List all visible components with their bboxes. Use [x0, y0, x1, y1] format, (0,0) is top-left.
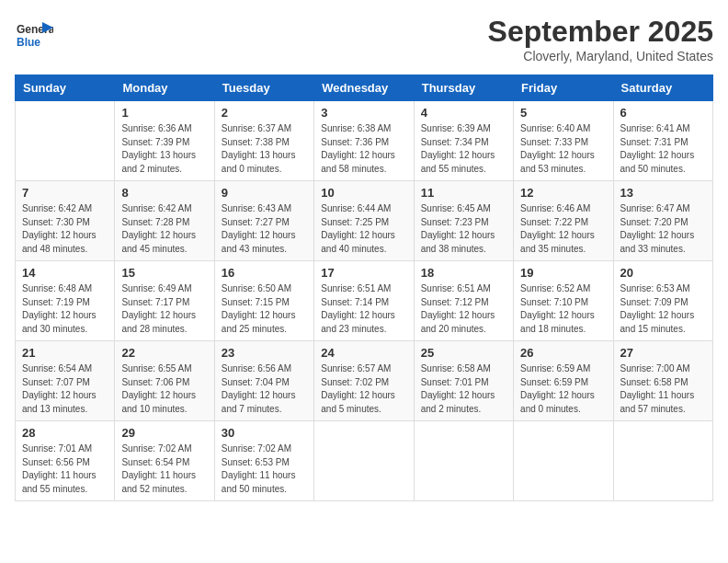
day-number: 10: [321, 186, 406, 200]
day-info: Sunrise: 6:59 AM Sunset: 6:59 PM Dayligh…: [520, 362, 606, 416]
day-number: 20: [620, 266, 706, 280]
calendar-cell: 9Sunrise: 6:43 AM Sunset: 7:27 PM Daylig…: [214, 181, 313, 261]
day-number: 19: [520, 266, 606, 280]
day-number: 21: [22, 346, 108, 360]
weekday-header-friday: Friday: [514, 75, 613, 101]
day-number: 27: [620, 346, 706, 360]
day-number: 11: [421, 186, 506, 200]
day-number: 12: [520, 186, 606, 200]
calendar-cell: [414, 421, 513, 501]
weekday-header-monday: Monday: [115, 75, 214, 101]
calendar-cell: 7Sunrise: 6:42 AM Sunset: 7:30 PM Daylig…: [16, 181, 115, 261]
day-number: 14: [22, 266, 108, 280]
day-info: Sunrise: 7:00 AM Sunset: 6:58 PM Dayligh…: [620, 362, 706, 416]
day-info: Sunrise: 6:51 AM Sunset: 7:14 PM Dayligh…: [321, 282, 406, 336]
calendar-cell: 6Sunrise: 6:41 AM Sunset: 7:31 PM Daylig…: [613, 101, 712, 181]
calendar-cell: 21Sunrise: 6:54 AM Sunset: 7:07 PM Dayli…: [16, 341, 115, 421]
calendar-cell: 25Sunrise: 6:58 AM Sunset: 7:01 PM Dayli…: [414, 341, 513, 421]
weekday-header-wednesday: Wednesday: [314, 75, 414, 101]
calendar-cell: 16Sunrise: 6:50 AM Sunset: 7:15 PM Dayli…: [214, 261, 313, 341]
day-info: Sunrise: 6:42 AM Sunset: 7:28 PM Dayligh…: [121, 202, 207, 256]
weekday-header-thursday: Thursday: [414, 75, 513, 101]
day-number: 9: [222, 186, 307, 200]
calendar-cell: 22Sunrise: 6:55 AM Sunset: 7:06 PM Dayli…: [115, 341, 214, 421]
weekday-header-tuesday: Tuesday: [214, 75, 313, 101]
calendar-cell: 15Sunrise: 6:49 AM Sunset: 7:17 PM Dayli…: [115, 261, 214, 341]
day-number: 17: [321, 266, 406, 280]
day-info: Sunrise: 6:52 AM Sunset: 7:10 PM Dayligh…: [520, 282, 606, 336]
svg-text:Blue: Blue: [17, 36, 40, 49]
day-number: 6: [620, 106, 706, 120]
calendar-cell: 23Sunrise: 6:56 AM Sunset: 7:04 PM Dayli…: [214, 341, 313, 421]
day-info: Sunrise: 6:53 AM Sunset: 7:09 PM Dayligh…: [620, 282, 706, 336]
day-info: Sunrise: 6:43 AM Sunset: 7:27 PM Dayligh…: [222, 202, 307, 256]
day-info: Sunrise: 6:41 AM Sunset: 7:31 PM Dayligh…: [620, 122, 706, 176]
calendar-week-row: 1Sunrise: 6:36 AM Sunset: 7:39 PM Daylig…: [16, 101, 713, 181]
day-number: 25: [421, 346, 506, 360]
calendar-cell: 3Sunrise: 6:38 AM Sunset: 7:36 PM Daylig…: [314, 101, 414, 181]
calendar-cell: 4Sunrise: 6:39 AM Sunset: 7:34 PM Daylig…: [414, 101, 513, 181]
day-info: Sunrise: 7:02 AM Sunset: 6:54 PM Dayligh…: [121, 442, 207, 496]
calendar-cell: 8Sunrise: 6:42 AM Sunset: 7:28 PM Daylig…: [115, 181, 214, 261]
calendar-cell: 18Sunrise: 6:51 AM Sunset: 7:12 PM Dayli…: [414, 261, 513, 341]
day-number: 8: [121, 186, 207, 200]
calendar-week-row: 7Sunrise: 6:42 AM Sunset: 7:30 PM Daylig…: [16, 181, 713, 261]
calendar-week-row: 21Sunrise: 6:54 AM Sunset: 7:07 PM Dayli…: [16, 341, 713, 421]
calendar-cell: 17Sunrise: 6:51 AM Sunset: 7:14 PM Dayli…: [314, 261, 414, 341]
day-number: 18: [421, 266, 506, 280]
day-info: Sunrise: 6:44 AM Sunset: 7:25 PM Dayligh…: [321, 202, 406, 256]
day-info: Sunrise: 6:47 AM Sunset: 7:20 PM Dayligh…: [620, 202, 706, 256]
day-number: 3: [321, 106, 406, 120]
day-info: Sunrise: 6:55 AM Sunset: 7:06 PM Dayligh…: [121, 362, 207, 416]
calendar-cell: 1Sunrise: 6:36 AM Sunset: 7:39 PM Daylig…: [115, 101, 214, 181]
calendar-cell: 30Sunrise: 7:02 AM Sunset: 6:53 PM Dayli…: [214, 421, 313, 501]
calendar-cell: 12Sunrise: 6:46 AM Sunset: 7:22 PM Dayli…: [514, 181, 613, 261]
calendar-cell: [514, 421, 613, 501]
day-info: Sunrise: 6:50 AM Sunset: 7:15 PM Dayligh…: [222, 282, 307, 336]
calendar-cell: 10Sunrise: 6:44 AM Sunset: 7:25 PM Dayli…: [314, 181, 414, 261]
day-info: Sunrise: 6:39 AM Sunset: 7:34 PM Dayligh…: [421, 122, 506, 176]
calendar-cell: 14Sunrise: 6:48 AM Sunset: 7:19 PM Dayli…: [16, 261, 115, 341]
day-info: Sunrise: 6:56 AM Sunset: 7:04 PM Dayligh…: [222, 362, 307, 416]
calendar-cell: 5Sunrise: 6:40 AM Sunset: 7:33 PM Daylig…: [514, 101, 613, 181]
calendar-cell: 13Sunrise: 6:47 AM Sunset: 7:20 PM Dayli…: [613, 181, 712, 261]
logo: General Blue: [15, 15, 53, 53]
calendar-cell: 19Sunrise: 6:52 AM Sunset: 7:10 PM Dayli…: [514, 261, 613, 341]
day-info: Sunrise: 6:45 AM Sunset: 7:23 PM Dayligh…: [421, 202, 506, 256]
title-area: September 2025 Cloverly, Maryland, Unite…: [488, 15, 713, 63]
day-info: Sunrise: 6:58 AM Sunset: 7:01 PM Dayligh…: [421, 362, 506, 416]
day-info: Sunrise: 7:01 AM Sunset: 6:56 PM Dayligh…: [22, 442, 108, 496]
calendar-week-row: 28Sunrise: 7:01 AM Sunset: 6:56 PM Dayli…: [16, 421, 713, 501]
day-number: 28: [22, 426, 108, 440]
day-info: Sunrise: 6:40 AM Sunset: 7:33 PM Dayligh…: [520, 122, 606, 176]
day-info: Sunrise: 6:49 AM Sunset: 7:17 PM Dayligh…: [121, 282, 207, 336]
day-number: 26: [520, 346, 606, 360]
calendar-table: SundayMondayTuesdayWednesdayThursdayFrid…: [15, 75, 713, 501]
calendar-cell: [613, 421, 712, 501]
calendar-cell: 11Sunrise: 6:45 AM Sunset: 7:23 PM Dayli…: [414, 181, 513, 261]
month-title: September 2025: [488, 15, 713, 49]
calendar-week-row: 14Sunrise: 6:48 AM Sunset: 7:19 PM Dayli…: [16, 261, 713, 341]
calendar-cell: 28Sunrise: 7:01 AM Sunset: 6:56 PM Dayli…: [16, 421, 115, 501]
day-number: 15: [121, 266, 207, 280]
day-number: 4: [421, 106, 506, 120]
day-info: Sunrise: 6:51 AM Sunset: 7:12 PM Dayligh…: [421, 282, 506, 336]
day-number: 22: [121, 346, 207, 360]
day-info: Sunrise: 6:38 AM Sunset: 7:36 PM Dayligh…: [321, 122, 406, 176]
day-number: 5: [520, 106, 606, 120]
day-info: Sunrise: 6:36 AM Sunset: 7:39 PM Dayligh…: [121, 122, 207, 176]
day-info: Sunrise: 6:48 AM Sunset: 7:19 PM Dayligh…: [22, 282, 108, 336]
day-info: Sunrise: 6:37 AM Sunset: 7:38 PM Dayligh…: [222, 122, 307, 176]
calendar-cell: 27Sunrise: 7:00 AM Sunset: 6:58 PM Dayli…: [613, 341, 712, 421]
calendar-cell: [314, 421, 414, 501]
calendar-cell: 2Sunrise: 6:37 AM Sunset: 7:38 PM Daylig…: [214, 101, 313, 181]
weekday-header-row: SundayMondayTuesdayWednesdayThursdayFrid…: [16, 75, 713, 101]
calendar-cell: 24Sunrise: 6:57 AM Sunset: 7:02 PM Dayli…: [314, 341, 414, 421]
day-info: Sunrise: 6:54 AM Sunset: 7:07 PM Dayligh…: [22, 362, 108, 416]
calendar-cell: [16, 101, 115, 181]
day-number: 1: [121, 106, 207, 120]
day-number: 7: [22, 186, 108, 200]
day-number: 30: [222, 426, 307, 440]
day-number: 23: [222, 346, 307, 360]
logo-icon: General Blue: [15, 15, 53, 53]
